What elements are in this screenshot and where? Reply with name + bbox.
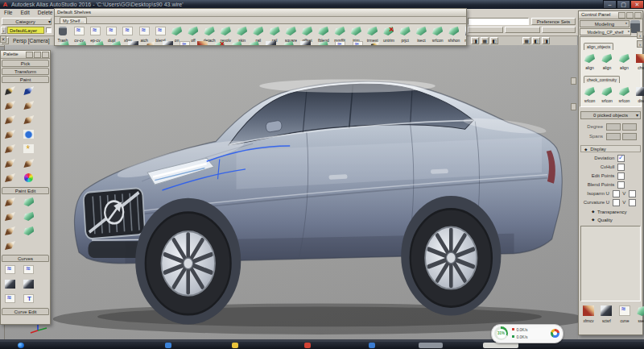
layer-visibility-checkbox[interactable] xyxy=(46,27,52,33)
palette-tab-paint-edit[interactable]: Paint Edit xyxy=(2,187,49,194)
cp-tool[interactable]: srfcon xyxy=(600,85,613,103)
command-input[interactable] xyxy=(468,18,529,25)
system-monitor-widget[interactable]: 31% 0.0K/s 0.0K/s xyxy=(491,324,564,343)
cp-tool[interactable]: align xyxy=(583,52,597,70)
cvhull-checkbox[interactable] xyxy=(617,164,625,171)
viewport-scroll-handle[interactable] xyxy=(571,103,576,110)
palette-tool[interactable]: rw-in xyxy=(21,224,36,239)
palette-tool[interactable]: mdsym xyxy=(2,171,18,185)
palette-collapse-icon[interactable] xyxy=(26,52,33,58)
blend-points-checkbox[interactable] xyxy=(617,181,625,189)
cp-tool[interactable]: chst xyxy=(634,52,644,70)
palette-tool[interactable]: kptlsv xyxy=(21,277,36,292)
palette-tool[interactable]: bysol xyxy=(2,142,18,156)
transparency-section[interactable]: ◆ Transparency xyxy=(579,208,641,216)
taskbar-app-icon[interactable] xyxy=(232,343,238,348)
layer-back-button[interactable]: ‹ xyxy=(1,27,6,34)
quality-section[interactable]: ◆ Quality xyxy=(579,216,641,224)
palette-tool[interactable]: circle xyxy=(2,263,18,277)
panel-expand-chevron[interactable]: › xyxy=(637,40,643,48)
taskbar-app-icon[interactable] xyxy=(369,343,375,348)
palette-tool[interactable]: aerosp xyxy=(2,239,18,253)
degree-field-v[interactable] xyxy=(622,123,637,131)
shelf-tool[interactable] xyxy=(126,39,140,46)
palette-tool[interactable]: shpps xyxy=(2,224,18,239)
palette-tool[interactable]: ink xyxy=(21,84,36,98)
preference-sets-button[interactable]: Preference Sets xyxy=(531,18,576,25)
perspective-viewport[interactable] xyxy=(4,45,578,339)
palette-tool[interactable]: arsft xyxy=(2,98,18,113)
cp-tool[interactable]: xfrmcv xyxy=(581,305,596,323)
shelf-tool[interactable] xyxy=(109,39,122,46)
cp-shelf-tab[interactable]: Modeling_CP_shelf * xyxy=(580,28,631,35)
palette-tool[interactable]: text... xyxy=(21,292,36,306)
palette-tool[interactable]: ersft xyxy=(21,113,36,127)
cp-tool[interactable]: align xyxy=(600,52,613,70)
start-button[interactable] xyxy=(18,343,24,348)
shelf-tool[interactable] xyxy=(247,39,261,46)
cp-up-icon[interactable] xyxy=(626,12,634,19)
shelf-tool[interactable] xyxy=(264,39,278,46)
shelf-tool[interactable]: srfcon xyxy=(431,24,444,43)
lightbulb-icon[interactable]: ◨ xyxy=(471,37,479,44)
shelf-tool[interactable] xyxy=(333,39,347,46)
car-model-render[interactable] xyxy=(23,45,578,339)
shelf-tool[interactable] xyxy=(57,39,71,46)
layout-icon[interactable]: ▦ xyxy=(522,37,530,44)
taskbar-app-icon[interactable] xyxy=(165,343,171,348)
curvature-v-checkbox[interactable] xyxy=(629,199,636,206)
palette-tool[interactable]: cv-crv xyxy=(21,263,36,277)
shelf-tool[interactable] xyxy=(92,39,105,46)
palette-tool[interactable]: pdsft xyxy=(21,98,36,113)
shelf-tool[interactable] xyxy=(316,39,330,46)
shelf-tool[interactable] xyxy=(178,39,192,46)
current-layer-chip[interactable]: DefaultLayer xyxy=(7,27,44,34)
control-panel[interactable]: Control Panel Modeling * Modeling_CP_she… xyxy=(578,10,643,335)
palette-tool[interactable]: felt xyxy=(2,113,18,127)
viewport-label[interactable]: Persp [Camera] xyxy=(13,36,50,45)
palette-tab-pick[interactable]: Pick xyxy=(2,60,49,67)
viewport-scroll-handle[interactable] xyxy=(571,77,576,85)
picked-objects-dropdown[interactable]: 0 picked objects ▾ xyxy=(580,111,641,119)
palette-tab-curves[interactable]: Curves xyxy=(2,255,49,262)
cp-modeling-dropdown[interactable]: Modeling * xyxy=(580,20,630,27)
default-shelves-window[interactable]: Default Shelves My Shelf... Trash cv-cv … xyxy=(54,8,467,46)
deviation-checkbox[interactable] xyxy=(617,155,625,162)
shelf-tool[interactable]: untrim xyxy=(382,24,395,43)
taskbar-app-icon[interactable] xyxy=(304,343,311,348)
isoparm-v-checkbox[interactable] xyxy=(629,190,636,197)
cp-cycle-icon[interactable] xyxy=(634,12,642,19)
maximize-button[interactable]: ▢ xyxy=(617,0,630,9)
edit-points-checkbox[interactable] xyxy=(617,172,625,180)
shelf-tool[interactable] xyxy=(299,39,312,46)
palette-tool[interactable]: flood xyxy=(21,127,36,142)
palette-window[interactable]: Palette Pick Transform Paint pencil ink xyxy=(0,50,51,325)
spans-field-u[interactable] xyxy=(606,133,621,140)
cp-tool[interactable]: disc xyxy=(634,85,644,103)
cp-dock-icon[interactable] xyxy=(618,12,625,19)
cp-tool[interactable]: curve xyxy=(617,305,632,323)
palette-tool[interactable]: blend xyxy=(2,277,18,292)
palette-tool[interactable]: imsho xyxy=(2,156,18,171)
palette-title-bar[interactable]: Palette xyxy=(1,51,50,59)
shelf-tool[interactable] xyxy=(368,39,382,46)
group-tab-check-continuity[interactable]: check_continuity xyxy=(584,76,620,83)
shelf-tool[interactable]: muted xyxy=(464,24,467,43)
control-panel-title-bar[interactable]: Control Panel xyxy=(579,11,642,19)
palette-tab-curve-edit[interactable]: Curve Edit xyxy=(2,308,49,315)
shelf-tool[interactable]: isect xyxy=(415,24,428,43)
shelf-tool[interactable] xyxy=(161,39,175,46)
palette-tab-transform[interactable]: Transform xyxy=(2,68,49,75)
minimize-button[interactable]: – xyxy=(603,0,617,9)
panel-expand-chevron[interactable]: › xyxy=(637,31,643,39)
shelf-tool[interactable] xyxy=(282,39,295,46)
palette-tool[interactable]: warp xyxy=(2,210,18,224)
palette-tool[interactable]: nw-cos xyxy=(2,292,18,306)
degree-field-u[interactable] xyxy=(606,123,621,131)
pane-close-icon[interactable]: ✕ xyxy=(0,35,6,43)
group-tab-align-objects[interactable]: align_objects xyxy=(584,43,613,50)
palette-tool[interactable]: wand xyxy=(21,142,36,156)
cp-tool[interactable]: align xyxy=(617,52,631,70)
cp-tool[interactable]: srfcon xyxy=(583,85,597,103)
monitor-app-icon[interactable] xyxy=(551,329,559,338)
